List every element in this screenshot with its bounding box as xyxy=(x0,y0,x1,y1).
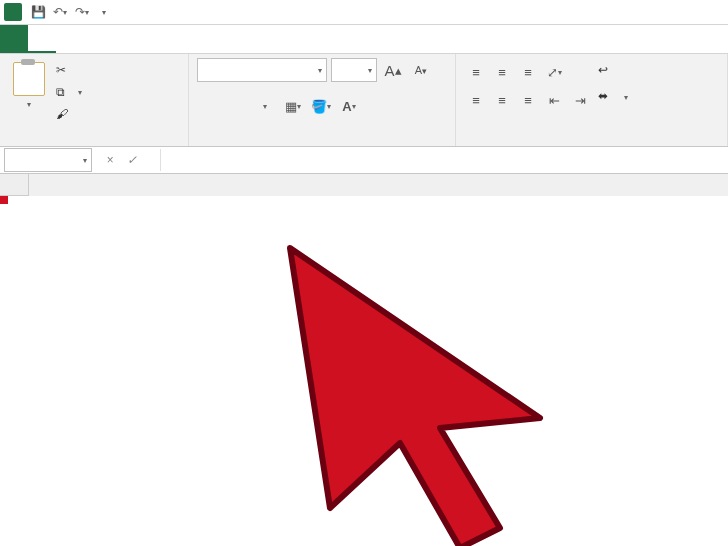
annotation-highlight-box xyxy=(0,196,8,204)
tab-load[interactable] xyxy=(224,25,252,53)
align-left-button[interactable]: ≡ xyxy=(464,88,488,112)
align-center-button[interactable]: ≡ xyxy=(490,88,514,112)
svg-marker-0 xyxy=(290,248,540,546)
paste-icon xyxy=(13,62,45,96)
cut-button[interactable]: ✂ xyxy=(56,60,82,80)
tab-page-layout[interactable] xyxy=(84,25,112,53)
accept-formula-icon[interactable]: ✓ xyxy=(122,153,142,167)
wrap-text-button[interactable]: ↩ xyxy=(598,60,628,82)
merge-icon: ⬌ xyxy=(598,89,616,105)
decrease-indent-button[interactable]: ⇤ xyxy=(542,88,566,112)
tab-review[interactable] xyxy=(168,25,196,53)
ribbon: ▾ ✂ ⧉ ▾ 🖌 xyxy=(0,54,728,147)
tab-view[interactable] xyxy=(196,25,224,53)
underline-button[interactable]: ▾ xyxy=(253,94,277,118)
group-clipboard: ▾ ✂ ⧉ ▾ 🖌 xyxy=(0,54,189,146)
increase-indent-button[interactable]: ⇥ xyxy=(568,88,592,112)
tab-file[interactable] xyxy=(0,25,28,53)
shrink-font-button[interactable]: A▾ xyxy=(409,58,433,82)
align-top-button[interactable]: ≡ xyxy=(464,60,488,84)
font-color-button[interactable]: A▾ xyxy=(337,94,361,118)
quick-access-toolbar: 💾 ↶▾ ↷▾ ▾ xyxy=(0,0,728,25)
worksheet-grid xyxy=(0,174,728,196)
clipboard-group-label xyxy=(8,142,180,144)
merge-center-button[interactable]: ⬌ ▾ xyxy=(598,86,628,108)
font-size-combo[interactable]: ▾ xyxy=(331,58,377,82)
borders-button[interactable]: ▦▾ xyxy=(281,94,305,118)
copy-button[interactable]: ⧉ ▾ xyxy=(56,82,82,102)
paste-dropdown-icon[interactable]: ▾ xyxy=(27,100,31,109)
bold-button[interactable] xyxy=(197,94,221,118)
paste-button[interactable]: ▾ xyxy=(8,58,50,109)
align-right-button[interactable]: ≡ xyxy=(516,88,540,112)
font-name-combo[interactable]: ▾ xyxy=(197,58,327,82)
italic-button[interactable] xyxy=(225,94,249,118)
column-headers xyxy=(0,174,728,196)
align-bottom-button[interactable]: ≡ xyxy=(516,60,540,84)
cancel-formula-icon[interactable]: × xyxy=(100,153,120,167)
tab-home[interactable] xyxy=(28,25,56,53)
undo-icon[interactable]: ↶▾ xyxy=(50,2,70,22)
excel-app-icon xyxy=(4,3,22,21)
align-middle-button[interactable]: ≡ xyxy=(490,60,514,84)
tab-insert[interactable] xyxy=(56,25,84,53)
group-font: ▾ ▾ A▴ A▾ ▾ ▦▾ 🪣 ▾ A▾ xyxy=(189,54,456,146)
fill-color-button[interactable]: 🪣 ▾ xyxy=(309,94,333,118)
save-icon[interactable]: 💾 xyxy=(28,2,48,22)
scissors-icon: ✂ xyxy=(56,63,70,77)
format-painter-button[interactable]: 🖌 xyxy=(56,104,82,124)
qat-customize-icon[interactable]: ▾ xyxy=(94,2,114,22)
paintbrush-icon: 🖌 xyxy=(56,107,70,121)
copy-icon: ⧉ xyxy=(56,85,70,99)
font-group-label xyxy=(197,142,447,144)
ribbon-tabs xyxy=(0,25,728,54)
redo-icon[interactable]: ↷▾ xyxy=(72,2,92,22)
wrap-text-icon: ↩ xyxy=(598,63,616,79)
grow-font-button[interactable]: A▴ xyxy=(381,58,405,82)
group-alignment: ≡ ≡ ≡ ⤢▾ ≡ ≡ ≡ ⇤ ⇥ ↩ xyxy=(456,54,728,146)
tab-formulas[interactable] xyxy=(112,25,140,53)
orientation-button[interactable]: ⤢▾ xyxy=(542,60,566,84)
alignment-group-label xyxy=(464,142,719,144)
select-all-corner[interactable] xyxy=(0,174,29,196)
formula-bar: ▾ × ✓ xyxy=(0,147,728,174)
annotation-cursor-arrow xyxy=(260,228,580,546)
tab-data[interactable] xyxy=(140,25,168,53)
name-box[interactable]: ▾ xyxy=(4,148,92,172)
